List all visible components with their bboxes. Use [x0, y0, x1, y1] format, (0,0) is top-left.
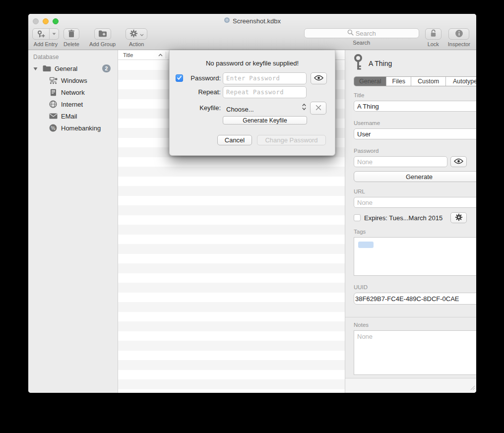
- inspector-panel: A Thing General Files Custom Autotype Ti…: [345, 50, 476, 393]
- globe-icon: [48, 100, 58, 108]
- add-entry-group: Add Entry: [32, 28, 59, 47]
- search-caption: Search: [353, 40, 370, 46]
- network-computers-icon: [48, 77, 58, 84]
- tags-box[interactable]: [354, 237, 476, 276]
- password-dialog: No password or keyfile supplied! Passwor…: [169, 50, 335, 156]
- username-field[interactable]: [354, 128, 476, 139]
- uuid-label: UUID: [354, 284, 467, 290]
- add-group-group: Add Group: [89, 28, 116, 47]
- entry-header: A Thing: [354, 54, 467, 72]
- sidebar-item-email[interactable]: EMail: [28, 110, 118, 122]
- sidebar-group-label: General: [55, 65, 77, 72]
- tags-label: Tags: [354, 229, 467, 235]
- tag-pill[interactable]: [358, 242, 374, 248]
- inspector-group: Inspector: [448, 28, 470, 47]
- password-field[interactable]: [354, 156, 447, 167]
- sidebar-item-windows[interactable]: Windows: [28, 74, 118, 86]
- clear-keyfile-button[interactable]: [310, 102, 326, 115]
- sidebar: Database General 2 Windows Network: [28, 50, 118, 393]
- inspector-tabs: General Files Custom Autotype: [354, 76, 476, 86]
- lock-caption: Lock: [428, 41, 439, 47]
- sidebar-group-general[interactable]: General 2: [28, 62, 118, 74]
- url-label: URL: [354, 188, 467, 194]
- enter-password-input[interactable]: [223, 72, 307, 84]
- generate-password-button[interactable]: Generate: [354, 171, 476, 182]
- column-divider[interactable]: [166, 52, 166, 59]
- close-x-icon: [315, 104, 322, 113]
- entry-title: A Thing: [369, 60, 392, 67]
- sidebar-item-internet[interactable]: Internet: [28, 98, 118, 110]
- app-window: Screenshot.kdbx Add Entry: [28, 14, 476, 393]
- sidebar-item-label: Network: [61, 89, 85, 96]
- search-group: Search Search: [304, 28, 419, 46]
- delete-group: Delete: [63, 28, 79, 47]
- title-label: Title: [354, 92, 467, 98]
- key-plus-icon[interactable]: [33, 29, 50, 39]
- dialog-message: No password or keyfile supplied!: [170, 60, 335, 67]
- sidebar-item-network[interactable]: Network: [28, 86, 118, 98]
- eye-icon: [314, 75, 323, 82]
- generate-keyfile-button[interactable]: Generate Keyfile: [223, 116, 307, 124]
- sidebar-item-label: Homebanking: [61, 124, 101, 132]
- add-entry-dropdown[interactable]: [50, 29, 59, 39]
- tab-custom[interactable]: Custom: [411, 77, 446, 86]
- keyfile-field-label: Keyfile:: [170, 104, 221, 112]
- tab-files[interactable]: Files: [386, 77, 411, 86]
- svg-text:%: %: [51, 125, 56, 131]
- notes-label: Notes: [354, 322, 467, 328]
- disclosure-triangle-icon[interactable]: [33, 65, 39, 72]
- sidebar-item-label: Internet: [61, 101, 83, 108]
- inspector-button[interactable]: [448, 28, 469, 40]
- server-icon: [48, 89, 58, 96]
- resize-grip[interactable]: [470, 384, 475, 392]
- add-group-label: Add Group: [89, 41, 116, 47]
- toolbar: Add Entry Delete Add Group: [32, 28, 470, 47]
- password-field-label: Password:: [170, 74, 221, 82]
- tab-autotype[interactable]: Autotype: [446, 77, 476, 86]
- window-header: Screenshot.kdbx Add Entry: [28, 14, 476, 50]
- key-icon: [354, 54, 363, 72]
- window-title: Screenshot.kdbx: [233, 17, 281, 25]
- action-button[interactable]: [126, 28, 147, 40]
- gear-icon: [455, 213, 463, 223]
- dialog-keyfile-row: Keyfile: Choose...: [170, 103, 335, 116]
- expires-settings-button[interactable]: [450, 212, 467, 223]
- toolbar-right: Search Search Lock: [304, 28, 470, 47]
- uuid-field[interactable]: [354, 293, 476, 305]
- show-password-button[interactable]: [311, 72, 327, 84]
- add-entry-button[interactable]: [32, 28, 59, 40]
- cancel-button[interactable]: Cancel: [217, 135, 252, 145]
- add-entry-label: Add Entry: [34, 41, 58, 47]
- trash-icon: [67, 29, 75, 39]
- document-icon: [224, 17, 230, 25]
- info-icon: [455, 29, 463, 39]
- notes-field[interactable]: [354, 330, 476, 375]
- change-password-button[interactable]: Change Password: [257, 135, 326, 145]
- search-icon: [347, 29, 354, 37]
- lock-button[interactable]: [425, 28, 441, 40]
- folder-icon: [42, 65, 52, 72]
- expires-checkbox[interactable]: [354, 214, 361, 221]
- search-placeholder: Search: [356, 30, 376, 37]
- column-header-title[interactable]: Title: [118, 52, 166, 58]
- add-group-button[interactable]: [94, 28, 111, 40]
- sidebar-item-label: EMail: [61, 113, 77, 120]
- window-title-area: Screenshot.kdbx: [28, 17, 476, 25]
- reveal-password-button[interactable]: [450, 156, 467, 167]
- delete-button[interactable]: [63, 28, 79, 40]
- sidebar-item-homebanking[interactable]: % Homebanking: [28, 122, 118, 134]
- inspector-caption: Inspector: [448, 41, 470, 47]
- sidebar-header: Database: [33, 54, 59, 61]
- action-label: Action: [129, 41, 144, 47]
- url-field[interactable]: [354, 197, 476, 208]
- stepper-icon[interactable]: [302, 103, 307, 112]
- title-field[interactable]: [354, 101, 476, 112]
- envelope-icon: [48, 113, 58, 119]
- search-input[interactable]: Search: [304, 28, 419, 38]
- delete-label: Delete: [63, 41, 79, 47]
- keyfile-popup[interactable]: Choose...: [226, 106, 254, 113]
- tab-general[interactable]: General: [354, 77, 386, 86]
- repeat-password-input[interactable]: [223, 86, 307, 98]
- repeat-field-label: Repeat:: [170, 88, 221, 96]
- section-divider: [345, 317, 476, 317]
